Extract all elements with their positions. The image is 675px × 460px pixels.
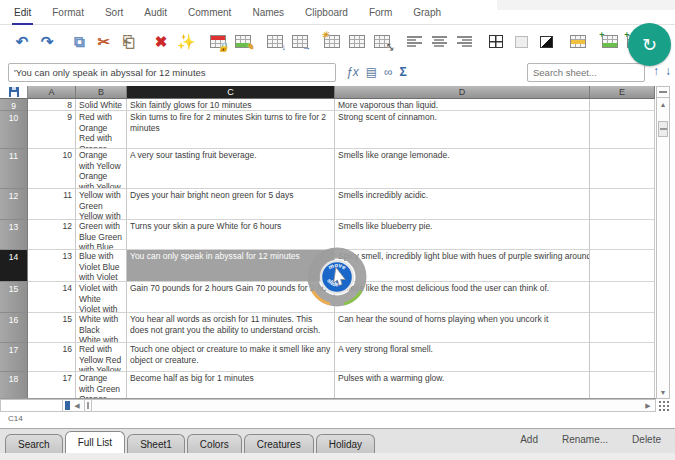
sheet-tab-full-list[interactable]: Full List [65, 431, 125, 453]
cell-D16[interactable]: Can hear the sound of horns playing when… [335, 313, 590, 343]
cell-E17[interactable] [590, 343, 655, 372]
copy-icon[interactable]: ⧉ [68, 31, 90, 53]
cell-D13[interactable]: Smells like blueberry pie. [335, 220, 590, 250]
highlight-row-icon[interactable] [567, 31, 589, 53]
menu-form[interactable]: Form [369, 7, 392, 18]
column-header-d[interactable]: D [335, 86, 590, 99]
edit-sheet-icon[interactable]: ✎ [232, 31, 254, 53]
paste-icon[interactable]: ⎗ [118, 31, 140, 53]
cell-C13[interactable]: Turns your skin a pure White for 6 hours [127, 220, 335, 250]
sum-icon[interactable]: Σ [400, 65, 407, 79]
cell-B13[interactable]: Green with Blue Green with Blue [76, 220, 127, 250]
redo-icon[interactable]: ↷ [36, 31, 58, 53]
cell-A18[interactable]: 17 [28, 372, 76, 399]
cell-E9[interactable] [590, 99, 655, 111]
cell-A15[interactable]: 14 [28, 282, 76, 313]
cut-icon[interactable]: ✂ [93, 31, 115, 53]
format-wand-icon[interactable]: ✨ [175, 31, 197, 53]
format-table-icon[interactable]: ☀ [321, 31, 343, 53]
cell-D15[interactable]: Smells like the most delicious food the … [335, 282, 590, 313]
cell-C10[interactable]: Skin turns to fire for 2 minutes Skin tu… [127, 111, 335, 149]
cell-A13[interactable]: 12 [28, 220, 76, 250]
cell-B14[interactable]: Blue with Violet Blue with Violet [76, 250, 127, 282]
sheet-tab-creatures[interactable]: Creatures [244, 434, 314, 453]
row-header-14[interactable]: 14 [0, 250, 28, 282]
plain-table-icon[interactable] [346, 31, 368, 53]
cell-E13[interactable] [590, 220, 655, 250]
protect-sheet-icon[interactable]: 🔒 [207, 31, 229, 53]
cell-E11[interactable] [590, 149, 655, 189]
cell-D17[interactable]: A very strong floral smell. [335, 343, 590, 372]
vertical-scrollbar[interactable]: ▲ ▼ [656, 86, 670, 399]
align-left-icon[interactable] [403, 31, 425, 53]
cell-D10[interactable]: Strong scent of cinnamon. [335, 111, 590, 149]
row-header-17[interactable]: 17 [0, 343, 28, 372]
link-icon[interactable]: ∞ [384, 65, 393, 79]
menu-format[interactable]: Format [52, 7, 84, 18]
select-all-corner[interactable] [0, 86, 28, 99]
insert-column-icon[interactable]: → [289, 31, 311, 53]
cell-B18[interactable]: Orange with Green Orange with Green [76, 372, 127, 399]
cell-A14[interactable]: 13 [28, 250, 76, 282]
undo-icon[interactable]: ↶ [11, 31, 33, 53]
row-header-12[interactable]: 12 [0, 189, 28, 220]
row-header-13[interactable]: 13 [0, 220, 28, 250]
cell-B17[interactable]: Red with Yellow Red with Yellow [76, 343, 127, 372]
menu-edit[interactable]: Edit [14, 7, 31, 18]
cell-C18[interactable]: Become half as big for 1 minutes [127, 372, 335, 399]
horizontal-scroll-track[interactable] [92, 400, 641, 411]
cell-D18[interactable]: Pulses with a warming glow. [335, 372, 590, 399]
row-header-11[interactable]: 11 [0, 149, 28, 189]
column-header-e[interactable]: E [590, 86, 655, 99]
cell-C16[interactable]: You hear all words as orcish for 11 minu… [127, 313, 335, 343]
sheet-tab-holiday[interactable]: Holiday [316, 434, 375, 453]
add-sheet-button[interactable]: Add [520, 434, 538, 445]
background-color-icon[interactable] [510, 31, 532, 53]
row-header-9[interactable]: 9 [0, 99, 28, 111]
cell-A11[interactable]: 10 [28, 149, 76, 189]
align-center-icon[interactable] [428, 31, 450, 53]
cell-B9[interactable]: Solid White [76, 99, 127, 111]
cell-E16[interactable] [590, 313, 655, 343]
row-header-16[interactable]: 16 [0, 313, 28, 343]
sheet-tab-sheet1[interactable]: Sheet1 [127, 434, 185, 453]
insert-row-green-icon[interactable]: + [599, 31, 621, 53]
search-up-icon[interactable]: ↑ [653, 64, 659, 78]
cell-C12[interactable]: Dyes your hair bright neon green for 5 d… [127, 189, 335, 220]
cell-C11[interactable]: A very sour tasting fruit beverage. [127, 149, 335, 189]
cell-D12[interactable]: Smells incredibly acidic. [335, 189, 590, 220]
cell-A10[interactable]: 9 [28, 111, 76, 149]
function-icon[interactable]: ƒx [346, 65, 359, 79]
cell-A9[interactable]: 8 [28, 99, 76, 111]
cell-B11[interactable]: Orange with Yellow Orange with Yellow [76, 149, 127, 189]
column-header-c[interactable]: C [127, 86, 335, 99]
cell-D11[interactable]: Smells like orange lemonade. [335, 149, 590, 189]
column-header-a[interactable]: A [28, 86, 76, 99]
cell-E10[interactable] [590, 111, 655, 149]
cell-B15[interactable]: Violet with White Violet with White [76, 282, 127, 313]
rename-sheet-button[interactable]: Rename... [562, 434, 608, 445]
text-color-icon[interactable] [535, 31, 557, 53]
menu-clipboard[interactable]: Clipboard [305, 7, 348, 18]
cell-E18[interactable] [590, 372, 655, 399]
autofit-table-icon[interactable]: ⤡ [371, 31, 393, 53]
vertical-scroll-thumb[interactable] [658, 121, 668, 137]
borders-icon[interactable] [485, 31, 507, 53]
delete-sheet-button[interactable]: Delete [632, 434, 661, 445]
menu-sort[interactable]: Sort [105, 7, 123, 18]
column-header-b[interactable]: B [76, 86, 127, 99]
cell-E14[interactable] [590, 250, 655, 282]
cell-C17[interactable]: Touch one object or creature to make it … [127, 343, 335, 372]
cell-A16[interactable]: 15 [28, 313, 76, 343]
cell-E12[interactable] [590, 189, 655, 220]
sheet-tab-search[interactable]: Search [5, 434, 63, 453]
cell-E15[interactable] [590, 282, 655, 313]
align-right-icon[interactable] [453, 31, 475, 53]
menu-graph[interactable]: Graph [413, 7, 441, 18]
cell-A12[interactable]: 11 [28, 189, 76, 220]
menu-names[interactable]: Names [252, 7, 284, 18]
menu-audit[interactable]: Audit [144, 7, 167, 18]
menu-comment[interactable]: Comment [188, 7, 231, 18]
search-input[interactable] [527, 63, 645, 82]
window-resize-grip[interactable] [658, 400, 671, 412]
